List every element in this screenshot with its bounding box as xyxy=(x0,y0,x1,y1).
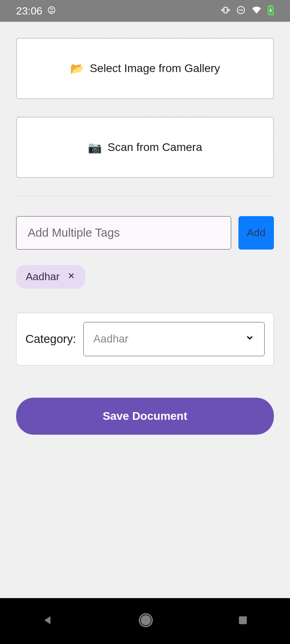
tag-input-row: Add xyxy=(16,216,274,250)
nav-back-icon[interactable] xyxy=(42,614,54,628)
category-select[interactable]: Aadhar xyxy=(83,322,265,356)
dnd-icon xyxy=(236,5,246,17)
navigation-bar xyxy=(0,598,290,644)
svg-rect-1 xyxy=(224,7,227,13)
camera-scan-button[interactable]: 📷 Scan from Camera xyxy=(16,117,274,178)
main-content: 📂 Select Image from Gallery 📷 Scan from … xyxy=(0,22,290,435)
tag-chip-label: Aadhar xyxy=(26,270,60,283)
status-right xyxy=(221,5,274,17)
chip-container: Aadhar xyxy=(16,265,274,313)
svg-rect-7 xyxy=(239,616,247,624)
tag-chip[interactable]: Aadhar xyxy=(16,265,85,289)
status-time: 23:06 xyxy=(16,5,42,17)
tag-input[interactable] xyxy=(16,216,231,250)
status-app-icon xyxy=(47,5,56,17)
svg-point-0 xyxy=(48,6,55,13)
save-document-button[interactable]: Save Document xyxy=(16,398,274,435)
svg-point-6 xyxy=(141,616,150,625)
folder-icon: 📂 xyxy=(70,62,84,75)
gallery-upload-button[interactable]: 📂 Select Image from Gallery xyxy=(16,38,274,99)
category-selected-value: Aadhar xyxy=(93,333,128,345)
gallery-upload-label: Select Image from Gallery xyxy=(90,62,220,75)
nav-home-icon[interactable] xyxy=(138,613,153,630)
nav-recent-icon[interactable] xyxy=(238,615,248,627)
close-icon[interactable] xyxy=(67,271,76,283)
svg-rect-4 xyxy=(269,5,272,6)
status-bar: 23:06 xyxy=(0,0,290,22)
divider xyxy=(16,196,274,196)
category-label: Category: xyxy=(25,332,76,346)
add-tag-button[interactable]: Add xyxy=(238,216,274,250)
battery-icon xyxy=(267,5,274,17)
camera-icon: 📷 xyxy=(88,141,102,154)
vibrate-icon xyxy=(221,5,230,17)
camera-scan-label: Scan from Camera xyxy=(108,141,202,154)
chevron-down-icon xyxy=(245,333,255,345)
wifi-icon xyxy=(251,6,262,16)
category-box: Category: Aadhar xyxy=(16,313,274,365)
status-left: 23:06 xyxy=(16,5,56,17)
